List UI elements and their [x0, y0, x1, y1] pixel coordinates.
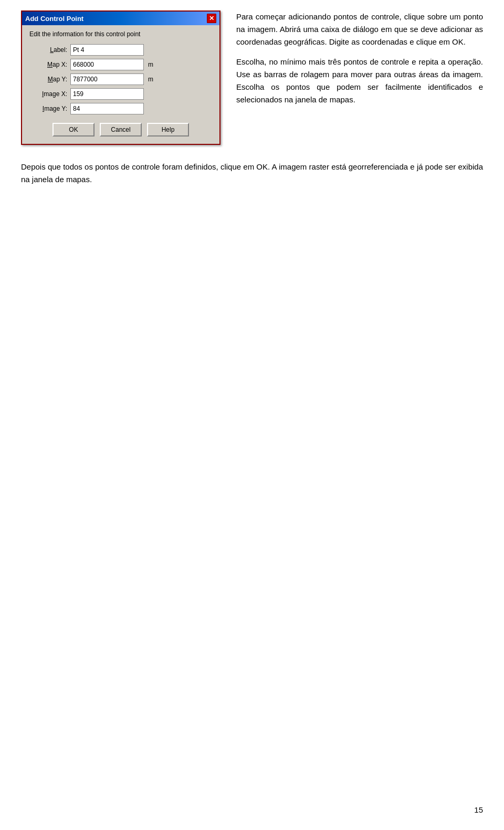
field-row-label: Label:	[29, 44, 212, 56]
imagey-input[interactable]	[70, 103, 144, 114]
label-underline-M: M	[47, 61, 52, 68]
field-row-imagey: Image Y:	[29, 103, 212, 114]
right-para1: Para começar adicionando pontos de contr…	[236, 10, 483, 48]
label-underline-L: L	[50, 46, 54, 54]
mapy-unit: m	[148, 76, 153, 83]
mapy-field-label: Map Y:	[29, 76, 67, 83]
mapy-input[interactable]	[70, 73, 144, 85]
dialog-fields: Label: Map X: m	[29, 44, 212, 114]
cancel-button[interactable]: Cancel	[100, 123, 142, 136]
imagey-field-label: Image Y:	[29, 105, 67, 112]
mapx-field-label: Map X:	[29, 61, 67, 68]
mapx-input[interactable]	[70, 59, 144, 70]
field-row-mapy: Map Y: m	[29, 73, 212, 85]
label-input[interactable]	[70, 44, 144, 56]
dialog-description: Edit the information for this control po…	[29, 30, 212, 38]
help-button[interactable]: Help	[147, 123, 189, 136]
label-underline-I2: I	[43, 105, 44, 112]
dialog-title: Add Control Point	[25, 15, 83, 23]
bottom-text: Depois que todos os pontos de controle f…	[21, 161, 483, 186]
imagex-field-label: Image X:	[29, 90, 67, 98]
mapx-unit: m	[148, 61, 153, 68]
dialog-body: Edit the information for this control po…	[22, 25, 219, 144]
right-text: Para começar adicionando pontos de contr…	[236, 10, 483, 145]
close-button[interactable]: ✕	[207, 14, 216, 23]
dialog-container: Add Control Point ✕ Edit the information…	[21, 10, 220, 145]
imagex-input[interactable]	[70, 88, 144, 100]
dialog-window: Add Control Point ✕ Edit the information…	[21, 10, 220, 145]
label-underline-I: I	[42, 90, 44, 98]
dialog-buttons: OK Cancel Help	[29, 123, 212, 136]
ok-button[interactable]: OK	[52, 123, 94, 136]
label-underline-M2: M	[48, 76, 53, 83]
label-field-label: Label:	[29, 46, 67, 54]
field-row-imagex: Image X:	[29, 88, 212, 100]
field-row-mapx: Map X: m	[29, 59, 212, 70]
page-number: 15	[474, 805, 483, 814]
right-para2: Escolha, no mínimo mais três pontos de c…	[236, 56, 483, 106]
dialog-titlebar: Add Control Point ✕	[22, 12, 219, 25]
